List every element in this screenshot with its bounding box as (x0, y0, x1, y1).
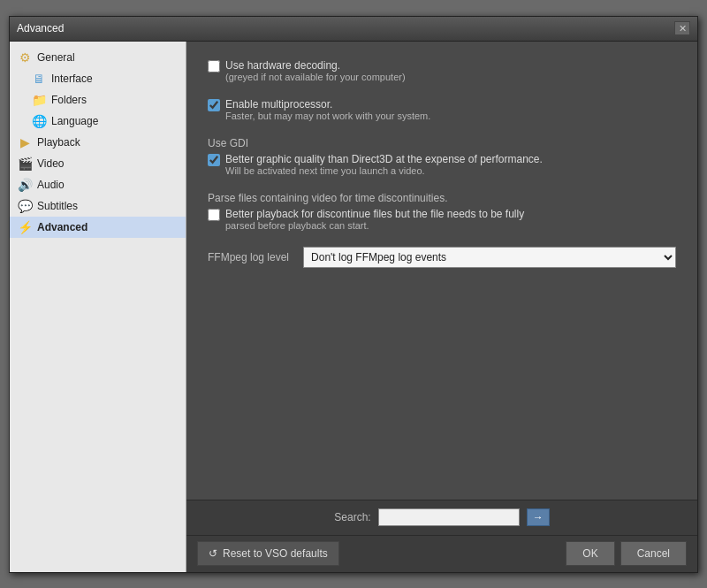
parse-files-checkbox[interactable] (208, 209, 220, 221)
reset-button[interactable]: ↺ Reset to VSO defaults (197, 541, 339, 566)
ok-cancel-buttons: OK Cancel (566, 541, 687, 566)
playback-icon: ▶ (17, 134, 33, 150)
gdi-row: Better graphic quality than Direct3D at … (208, 153, 676, 176)
parse-files-sublabel: parsed before playback can start. (225, 220, 676, 231)
hardware-decoding-text: Use hardware decoding. (greyed if not av… (225, 59, 676, 82)
parse-files-row: Better playback for discontinue files bu… (208, 208, 676, 231)
ffmpeg-row: FFMpeg log level Don't log FFMpeg log ev… (208, 247, 676, 268)
sidebar-label-playback: Playback (37, 136, 80, 149)
video-icon: 🎬 (17, 156, 33, 172)
multiprocessor-checkbox-col (208, 99, 225, 114)
main-window: Advanced ✕ ⚙ General 🖥 Interface 📁 Folde… (9, 16, 698, 573)
interface-icon: 🖥 (31, 71, 47, 87)
folders-icon: 📁 (31, 92, 47, 108)
advanced-icon: ⚡ (17, 219, 33, 235)
sidebar-label-subtitles: Subtitles (37, 200, 78, 212)
sidebar: ⚙ General 🖥 Interface 📁 Folders 🌐 Langua… (10, 42, 186, 572)
multiprocessor-row: Enable multiprocessor. Faster, but may m… (208, 98, 676, 121)
language-icon: 🌐 (31, 113, 47, 129)
content-area: ⚙ General 🖥 Interface 📁 Folders 🌐 Langua… (10, 42, 697, 572)
hardware-decoding-sublabel: (greyed if not available for your comput… (225, 72, 676, 82)
multiprocessor-checkbox[interactable] (208, 99, 220, 111)
parse-files-section-label: Parse files containing video for time di… (208, 192, 676, 204)
search-input[interactable] (378, 508, 520, 526)
gdi-checkbox[interactable] (208, 154, 220, 166)
sidebar-label-general: General (37, 51, 75, 64)
sidebar-label-language: Language (51, 115, 98, 127)
close-button[interactable]: ✕ (674, 21, 690, 35)
search-bar: Search: → (186, 500, 697, 535)
multiprocessor-text: Enable multiprocessor. Faster, but may m… (225, 98, 676, 121)
sidebar-label-audio: Audio (37, 179, 65, 191)
sidebar-label-interface: Interface (51, 73, 93, 85)
reset-label: Reset to VSO defaults (223, 547, 328, 560)
settings-area: Use hardware decoding. (greyed if not av… (186, 42, 697, 500)
window-title: Advanced (17, 22, 64, 34)
reset-icon: ↺ (209, 547, 217, 560)
sidebar-item-folders[interactable]: 📁 Folders (10, 89, 186, 111)
title-bar: Advanced ✕ (10, 17, 697, 42)
ffmpeg-select[interactable]: Don't log FFMpeg log events Log errors L… (303, 247, 676, 268)
parse-files-text: Better playback for discontinue files bu… (225, 208, 676, 231)
search-go-button[interactable]: → (527, 508, 550, 526)
gdi-section-label: Use GDI (208, 137, 676, 149)
main-panel: Use hardware decoding. (greyed if not av… (186, 42, 697, 572)
gdi-text: Better graphic quality than Direct3D at … (225, 153, 676, 176)
multiprocessor-label: Enable multiprocessor. (225, 98, 676, 111)
hardware-decoding-label: Use hardware decoding. (225, 59, 676, 72)
sidebar-item-general[interactable]: ⚙ General (10, 47, 186, 68)
ok-button[interactable]: OK (566, 541, 614, 566)
sidebar-item-language[interactable]: 🌐 Language (10, 111, 186, 132)
general-icon: ⚙ (17, 50, 33, 65)
sidebar-label-video: Video (37, 157, 64, 170)
parse-files-checkbox-col (208, 209, 225, 224)
sidebar-item-subtitles[interactable]: 💬 Subtitles (10, 195, 186, 217)
sidebar-item-advanced[interactable]: ⚡ Advanced (10, 217, 186, 238)
sidebar-item-interface[interactable]: 🖥 Interface (10, 68, 186, 89)
gdi-sublabel: Will be activated next time you launch a… (225, 165, 676, 176)
gdi-checkbox-col (208, 154, 225, 169)
search-label: Search: (334, 511, 370, 523)
action-bar: ↺ Reset to VSO defaults OK Cancel (186, 535, 697, 572)
parse-files-label: Better playback for discontinue files bu… (225, 208, 676, 220)
cancel-button[interactable]: Cancel (620, 541, 687, 566)
ffmpeg-label: FFMpeg log level (208, 251, 289, 263)
sidebar-label-folders: Folders (51, 94, 87, 106)
hardware-decoding-checkbox-col (208, 60, 225, 75)
sidebar-item-playback[interactable]: ▶ Playback (10, 132, 186, 153)
gdi-label: Better graphic quality than Direct3D at … (225, 153, 676, 165)
multiprocessor-sublabel: Faster, but may may not work with your s… (225, 111, 676, 121)
audio-icon: 🔊 (17, 177, 33, 193)
sidebar-item-audio[interactable]: 🔊 Audio (10, 174, 186, 195)
sidebar-item-video[interactable]: 🎬 Video (10, 153, 186, 174)
subtitles-icon: 💬 (17, 198, 33, 214)
sidebar-label-advanced: Advanced (37, 221, 87, 233)
hardware-decoding-checkbox[interactable] (208, 60, 220, 73)
hardware-decoding-row: Use hardware decoding. (greyed if not av… (208, 59, 676, 82)
